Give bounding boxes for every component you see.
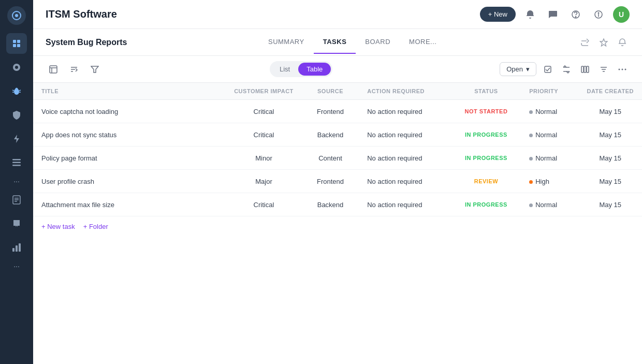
star-icon[interactable]	[596, 35, 611, 50]
col-header-date: DATE CREATED	[578, 83, 642, 100]
col-header-title: TITLE	[33, 83, 226, 100]
task-source-4: Backend	[302, 193, 359, 216]
tab-more[interactable]: MORE...	[400, 31, 446, 54]
table-header-row: TITLE CUSTOMER IMPACT SOURCE ACTION REQU…	[33, 83, 642, 100]
table-view-button[interactable]: Table	[298, 63, 331, 76]
status-dropdown[interactable]: Open ▾	[500, 62, 536, 76]
expand-icon[interactable]	[46, 62, 61, 77]
svg-marker-30	[600, 39, 607, 46]
filter-icon[interactable]	[87, 62, 103, 77]
sidebar-item-home[interactable]	[6, 33, 27, 54]
task-title-3: User profile crash	[33, 170, 226, 193]
status-badge-2: IN PROGRESS	[462, 154, 510, 162]
svg-rect-25	[554, 13, 555, 14]
add-folder-link[interactable]: + Folder	[83, 223, 108, 230]
priority-dot-0	[529, 110, 533, 114]
svg-point-49	[625, 68, 626, 70]
svg-marker-12	[14, 135, 19, 143]
sidebar-item-bugs[interactable]	[6, 81, 27, 101]
app-title: ITSM Software	[46, 8, 117, 20]
task-date-3: May 15	[578, 170, 642, 193]
more-icon[interactable]	[615, 62, 630, 77]
new-button[interactable]: + New	[480, 7, 516, 22]
col-header-action: ACTION REQUIRED	[359, 83, 451, 100]
task-priority-3: High	[521, 170, 578, 193]
table-row[interactable]: Attachment max file size Critical Backen…	[33, 193, 642, 216]
svg-point-29	[598, 12, 599, 13]
table-row[interactable]: Voice captcha not loading Critical Front…	[33, 100, 642, 123]
tasks-table: TITLE CUSTOMER IMPACT SOURCE ACTION REQU…	[33, 83, 642, 216]
svg-marker-37	[91, 66, 98, 72]
task-priority-4: Normal	[521, 193, 578, 216]
svg-rect-31	[50, 66, 57, 73]
project-tabs: SUMMARY TASKS BOARD MORE...	[259, 31, 446, 54]
main-content: ITSM Software + New	[33, 0, 642, 364]
chat-icon[interactable]	[545, 6, 561, 23]
task-title-0: Voice captcha not loading	[33, 100, 226, 123]
add-task-link[interactable]: + New task	[41, 223, 75, 230]
svg-rect-20	[12, 248, 14, 252]
svg-rect-13	[12, 159, 21, 161]
notifications-icon[interactable]	[522, 6, 538, 23]
sidebar-item-lightning[interactable]	[6, 128, 27, 149]
topbar-right: + New	[480, 6, 630, 23]
task-action-2: No action required	[359, 147, 451, 170]
sidebar-item-shield[interactable]	[6, 105, 27, 125]
svg-rect-15	[12, 165, 21, 166]
columns-icon[interactable]	[578, 62, 592, 77]
task-priority-1: Normal	[521, 123, 578, 147]
priority-dot-3	[529, 180, 533, 184]
task-impact-3: Major	[226, 170, 302, 193]
toolbar-right: Open ▾	[500, 62, 630, 77]
sidebar-item-chart[interactable]	[6, 237, 27, 258]
notification-bell-icon[interactable]	[615, 35, 630, 50]
view-toggle: List Table	[270, 61, 332, 77]
svg-point-7	[16, 88, 18, 91]
svg-rect-38	[545, 66, 551, 72]
priority-dot-4	[529, 203, 533, 207]
priority-dot-2	[529, 157, 533, 161]
tab-board[interactable]: BOARD	[356, 31, 400, 54]
checkbox-icon[interactable]	[541, 62, 555, 77]
svg-point-1	[15, 14, 18, 17]
user-avatar[interactable]: U	[613, 6, 630, 23]
app-logo[interactable]	[7, 6, 26, 25]
reorder-icon[interactable]	[559, 62, 574, 77]
topbar: ITSM Software + New	[33, 0, 642, 29]
share-icon[interactable]	[578, 35, 592, 50]
help-icon[interactable]	[567, 6, 584, 23]
svg-point-27	[575, 16, 576, 17]
task-impact-1: Critical	[226, 123, 302, 147]
task-date-4: May 15	[578, 193, 642, 216]
svg-line-8	[12, 90, 14, 91]
task-source-3: Frontend	[302, 170, 359, 193]
col-header-source: SOURCE	[302, 83, 359, 100]
sidebar-item-reports[interactable]	[6, 190, 27, 210]
svg-rect-22	[19, 243, 21, 252]
task-impact-2: Minor	[226, 147, 302, 170]
status-badge-3: REVIEW	[471, 177, 501, 185]
sidebar-item-book[interactable]	[6, 213, 27, 234]
task-title-4: Attachment max file size	[33, 193, 226, 216]
filter2-icon[interactable]	[596, 62, 611, 77]
status-badge-1: IN PROGRESS	[462, 130, 510, 139]
table-row[interactable]: App does not sync status Critical Backen…	[33, 123, 642, 147]
info-icon[interactable]	[590, 6, 607, 23]
sidebar-dots-2[interactable]: ···	[6, 261, 27, 271]
task-source-1: Backend	[302, 123, 359, 147]
list-view-button[interactable]: List	[271, 63, 298, 76]
project-header-right	[578, 35, 630, 50]
sort-icon[interactable]	[66, 62, 82, 77]
sidebar-dots-1[interactable]: ···	[6, 176, 27, 186]
table-row[interactable]: Policy page format Minor Content No acti…	[33, 147, 642, 170]
task-action-4: No action required	[359, 193, 451, 216]
table-area: TITLE CUSTOMER IMPACT SOURCE ACTION REQU…	[33, 83, 642, 364]
sidebar-item-layers[interactable]	[6, 152, 27, 173]
col-header-priority: PRIORITY	[521, 83, 578, 100]
tab-summary[interactable]: SUMMARY	[259, 31, 314, 54]
tab-tasks[interactable]: TASKS	[314, 31, 356, 54]
sidebar-item-settings[interactable]	[6, 57, 27, 78]
svg-point-48	[622, 68, 623, 70]
add-row: + New task + Folder	[33, 216, 642, 237]
table-row[interactable]: User profile crash Major Frontend No act…	[33, 170, 642, 193]
